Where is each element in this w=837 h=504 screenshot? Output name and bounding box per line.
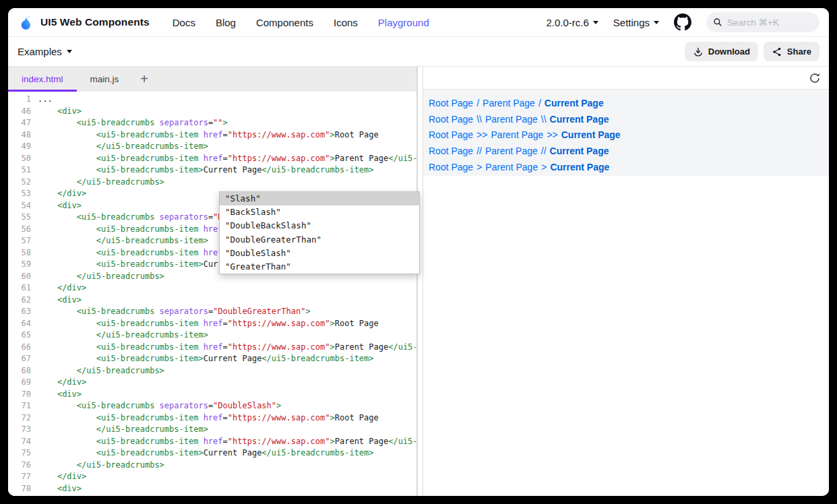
line-number: 52 — [8, 177, 31, 189]
code-line[interactable]: 69 </div> — [8, 377, 416, 389]
line-number: 67 — [8, 353, 31, 365]
autocomplete-option[interactable]: "Slash" — [220, 192, 419, 206]
autocomplete-option[interactable]: "GreaterThan" — [220, 260, 419, 274]
code-line[interactable]: 73 </ui5-breadcrumbs-item> — [8, 424, 416, 436]
line-number: 66 — [8, 342, 31, 354]
share-button[interactable]: Share — [764, 42, 819, 61]
breadcrumb-separator: // — [541, 146, 547, 156]
code-text: <ui5-breadcrumbs separators="DoubleSlash… — [31, 400, 281, 412]
breadcrumb-link[interactable]: Root Page — [429, 162, 473, 172]
code-text: <div> — [31, 483, 82, 495]
code-line[interactable]: 51 <ui5-breadcrumbs-item>Current Page</u… — [8, 164, 416, 177]
breadcrumb-link[interactable]: Parent Page — [491, 129, 544, 140]
app-window: UI5 Web Components DocsBlogComponentsIco… — [8, 8, 829, 496]
code-line[interactable]: 47 <ui5-breadcrumbs separators=""> — [8, 117, 416, 129]
line-number: 50 — [8, 153, 31, 165]
editor-tab-index.html[interactable]: index.html — [8, 67, 77, 92]
code-line[interactable]: 71 <ui5-breadcrumbs separators="DoubleSl… — [8, 400, 416, 412]
nav-link-docs[interactable]: Docs — [173, 17, 195, 28]
nav-link-blog[interactable]: Blog — [216, 17, 236, 28]
autocomplete-option[interactable]: "BackSlash" — [220, 206, 419, 219]
header-right: 2.0.0-rc.6 Settings — [546, 12, 819, 32]
share-label: Share — [787, 46, 811, 57]
code-line[interactable]: 50 <ui5-breadcrumbs-item href="https://w… — [8, 153, 416, 165]
code-line[interactable]: 48 <ui5-breadcrumbs-item href="https://w… — [8, 129, 416, 141]
code-line[interactable]: 75 <ui5-breadcrumbs-item>Current Page</u… — [8, 447, 416, 460]
breadcrumb-link[interactable]: Root Page — [429, 146, 473, 156]
code-line[interactable]: 65 </ui5-breadcrumbs-item> — [8, 329, 416, 342]
breadcrumb-link[interactable]: Root Page — [429, 129, 473, 140]
breadcrumb: Root Page\\Parent Page\\Current Page — [429, 111, 824, 127]
github-icon[interactable] — [674, 13, 691, 31]
code-line[interactable]: 66 <ui5-breadcrumbs-item href="https://w… — [8, 342, 416, 354]
code-text: <ui5-breadcrumbs-item>Current Page</ui5-… — [31, 447, 374, 460]
breadcrumb-link[interactable]: Parent Page — [483, 98, 535, 108]
breadcrumb-link[interactable]: Parent Page — [485, 114, 538, 125]
chevron-down-icon — [654, 21, 659, 24]
breadcrumb-separator: > — [541, 162, 547, 172]
search-box[interactable] — [706, 12, 819, 32]
code-line[interactable]: 63 <ui5-breadcrumbs separators="DoubleGr… — [8, 306, 416, 318]
breadcrumb-link[interactable]: Parent Page — [485, 162, 538, 172]
code-text: <ui5-breadcrumbs-item href="https://www.… — [31, 318, 379, 330]
code-line[interactable]: 74 <ui5-breadcrumbs-item href="https://w… — [8, 436, 416, 448]
add-tab-button[interactable]: + — [132, 67, 156, 92]
nav-link-components[interactable]: Components — [256, 17, 313, 28]
search-input[interactable] — [727, 18, 813, 28]
line-number: 60 — [8, 271, 31, 283]
breadcrumb-link[interactable]: Root Page — [429, 114, 473, 125]
nav-link-playground[interactable]: Playground — [378, 17, 429, 28]
code-line[interactable]: 61 </div> — [8, 282, 416, 294]
settings-dropdown[interactable]: Settings — [613, 17, 659, 28]
preview-pane: Root Page/Parent Page/Current PageRoot P… — [423, 67, 829, 496]
code-line[interactable]: 52 </ui5-breadcrumbs> — [8, 177, 416, 189]
version-dropdown[interactable]: 2.0.0-rc.6 — [546, 17, 598, 28]
ui5-flame-logo-icon — [18, 14, 34, 31]
code-line[interactable]: 46 <div> — [8, 106, 416, 118]
code-line[interactable]: 64 <ui5-breadcrumbs-item href="https://w… — [8, 318, 416, 330]
autocomplete-option[interactable]: "DoubleBackSlash" — [220, 219, 419, 232]
code-text: </ui5-breadcrumbs-item> — [31, 235, 208, 247]
line-number: 53 — [8, 188, 31, 200]
code-line[interactable]: 1... — [8, 94, 416, 106]
nav-link-icons[interactable]: Icons — [334, 17, 358, 28]
examples-dropdown[interactable]: Examples — [18, 46, 72, 57]
code-line[interactable]: 76 </ui5-breadcrumbs> — [8, 460, 416, 472]
code-text: <div> — [31, 106, 82, 118]
download-button[interactable]: Download — [685, 42, 758, 61]
code-line[interactable]: 70 <div> — [8, 389, 416, 401]
editor-tab-main.js[interactable]: main.js — [77, 67, 133, 92]
code-area[interactable]: 1...46 <div>47 <ui5-breadcrumbs separato… — [8, 92, 416, 496]
breadcrumb-current-page: Current Page — [550, 146, 609, 156]
code-line[interactable]: 67 <ui5-breadcrumbs-item>Current Page</u… — [8, 353, 416, 365]
line-number: 63 — [8, 306, 31, 318]
code-line[interactable]: 77 </div> — [8, 471, 416, 483]
brand[interactable]: UI5 Web Components — [18, 14, 150, 31]
breadcrumb-link[interactable]: Root Page — [429, 98, 473, 108]
code-text: </div> — [31, 282, 86, 294]
code-text: </ui5-breadcrumbs> — [31, 271, 164, 283]
code-text: </ui5-breadcrumbs> — [31, 460, 164, 472]
code-text: </div> — [31, 471, 86, 483]
autocomplete-option[interactable]: "DoubleGreaterThan" — [220, 233, 419, 247]
breadcrumb: Root Page>Parent Page>Current Page — [429, 159, 824, 175]
breadcrumb-separator: / — [538, 98, 541, 108]
breadcrumb-separator: > — [476, 162, 482, 172]
refresh-button[interactable] — [809, 72, 821, 84]
share-icon — [772, 46, 782, 57]
code-line[interactable]: 72 <ui5-breadcrumbs-item href="https://w… — [8, 412, 416, 424]
code-editor-pane: index.htmlmain.js + 1...46 <div>47 <ui5-… — [8, 67, 418, 496]
breadcrumb-separator: / — [476, 98, 479, 108]
code-line[interactable]: 78 <div> — [8, 483, 416, 495]
breadcrumb-link[interactable]: Parent Page — [485, 146, 538, 156]
code-text: <ui5-breadcrumbs-item>Current Page</ui5-… — [31, 353, 374, 365]
line-number: 77 — [8, 471, 31, 483]
line-number: 48 — [8, 129, 31, 141]
autocomplete-option[interactable]: "DoubleSlash" — [220, 247, 419, 260]
line-number: 55 — [8, 212, 31, 224]
code-line[interactable]: 49 </ui5-breadcrumbs-item> — [8, 141, 416, 153]
line-number: 1 — [8, 94, 31, 106]
code-line[interactable]: 68 </ui5-breadcrumbs> — [8, 365, 416, 377]
code-line[interactable]: 62 <div> — [8, 294, 416, 307]
code-text: <div> — [31, 294, 82, 307]
